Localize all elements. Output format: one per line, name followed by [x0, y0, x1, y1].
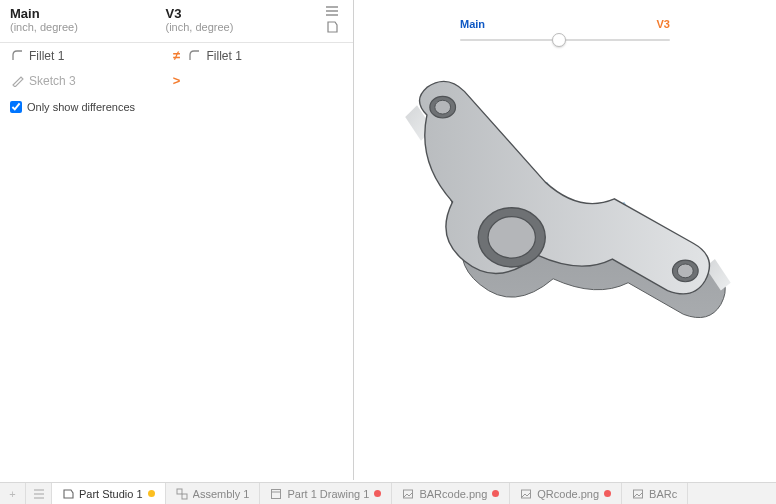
tab-label: Assembly 1 — [193, 488, 250, 500]
tab-image[interactable]: QRcode.png — [510, 483, 622, 504]
sketch-icon — [10, 74, 24, 88]
compare-left-title: Main — [10, 6, 166, 21]
feature-left-label: Fillet 1 — [29, 49, 64, 63]
compare-header: Main (inch, degree) V3 (inch, degree) — [0, 0, 353, 43]
only-show-differences[interactable]: Only show differences — [0, 93, 353, 121]
diff-not-equal-icon: ≠ — [166, 48, 188, 63]
add-tab-button[interactable]: + — [0, 483, 26, 504]
model-canvas[interactable] — [354, 46, 776, 480]
image-icon — [520, 488, 532, 500]
feature-right: Fillet 1 — [188, 49, 344, 63]
partstudio-icon — [62, 488, 74, 500]
tab-label: Part Studio 1 — [79, 488, 143, 500]
part-icon[interactable] — [325, 20, 339, 34]
only-diff-checkbox[interactable] — [10, 101, 22, 113]
only-diff-label: Only show differences — [27, 101, 135, 113]
svg-point-6 — [435, 100, 451, 114]
compare-col-right: V3 (inch, degree) — [166, 6, 322, 34]
compare-panel: Main (inch, degree) V3 (inch, degree) Fi… — [0, 0, 354, 480]
fillet-icon — [188, 49, 202, 63]
status-dot-red — [374, 490, 381, 497]
tab-menu-button[interactable] — [26, 483, 52, 504]
compare-col-left: Main (inch, degree) — [10, 6, 166, 34]
drawing-icon — [270, 488, 282, 500]
assembly-icon — [176, 488, 188, 500]
viewport[interactable]: Main V3 — [354, 0, 776, 480]
slider-left-label: Main — [460, 18, 485, 30]
list-view-icon[interactable] — [325, 6, 339, 16]
image-icon — [632, 488, 644, 500]
compare-slider[interactable]: Main V3 — [460, 18, 670, 47]
tab-assembly[interactable]: Assembly 1 — [166, 483, 261, 504]
diff-only-left-icon: > — [166, 73, 188, 88]
svg-rect-13 — [182, 494, 187, 499]
compare-right-title: V3 — [166, 6, 322, 21]
feature-row[interactable]: Fillet 1 ≠ Fillet 1 — [0, 43, 353, 68]
tab-label: BARc — [649, 488, 677, 500]
feature-row[interactable]: Sketch 3 > — [0, 68, 353, 93]
compare-right-units: (inch, degree) — [166, 21, 322, 33]
status-dot-amber — [148, 490, 155, 497]
tab-image[interactable]: BARcode.png — [392, 483, 510, 504]
tab-label: BARcode.png — [419, 488, 487, 500]
tab-bar: + Part Studio 1 Assembly 1 Part 1 Drawin… — [0, 482, 776, 504]
tab-drawing[interactable]: Part 1 Drawing 1 — [260, 483, 392, 504]
feature-diff-list: Fillet 1 ≠ Fillet 1 Sketch 3 > — [0, 43, 353, 93]
tab-image[interactable]: BARc — [622, 483, 688, 504]
compare-tools — [321, 6, 343, 34]
feature-right-label: Fillet 1 — [207, 49, 242, 63]
feature-left-label: Sketch 3 — [29, 74, 76, 88]
slider-thumb[interactable] — [552, 33, 566, 47]
svg-rect-14 — [272, 489, 281, 498]
feature-left: Fillet 1 — [10, 49, 166, 63]
status-dot-red — [492, 490, 499, 497]
svg-rect-12 — [177, 489, 182, 494]
image-icon — [402, 488, 414, 500]
feature-left: Sketch 3 — [10, 74, 166, 88]
svg-point-8 — [677, 264, 693, 278]
fillet-icon — [10, 49, 24, 63]
tab-label: QRcode.png — [537, 488, 599, 500]
tab-label: Part 1 Drawing 1 — [287, 488, 369, 500]
slider-right-label: V3 — [657, 18, 670, 30]
slider-track[interactable] — [460, 33, 670, 47]
tab-part-studio[interactable]: Part Studio 1 — [52, 483, 166, 504]
compare-left-units: (inch, degree) — [10, 21, 166, 33]
slider-labels: Main V3 — [460, 18, 670, 30]
status-dot-red — [604, 490, 611, 497]
svg-point-4 — [488, 217, 535, 258]
